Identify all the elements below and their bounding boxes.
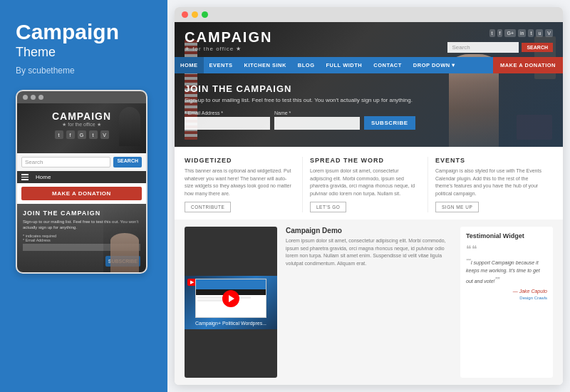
demo-title: Campaign Demo bbox=[286, 227, 452, 234]
desktop-dot-fullscreen bbox=[202, 11, 208, 18]
mobile-logo: CAMPAIGN bbox=[23, 110, 140, 122]
testimonial-author: — Jake Caputo bbox=[466, 289, 547, 294]
social-youtube-icon[interactable]: u bbox=[536, 29, 543, 37]
mobile-mockup: CAMPAIGN ★ for the office ★ t f G t V Se… bbox=[16, 90, 147, 274]
desktop-logo-sub: ★ for the office ★ bbox=[185, 46, 272, 52]
social-gplus-icon[interactable]: G+ bbox=[504, 29, 516, 37]
email-form-group: * Email Address * bbox=[185, 110, 270, 130]
desktop-hero: CAMPAIGN ★ for the office ★ t f G+ in t … bbox=[175, 22, 563, 147]
feature-events: EVENTS Campaign is also styled for use w… bbox=[428, 157, 553, 212]
demo-text: Lorem ipsum dolor sit amet, consectetur … bbox=[286, 237, 452, 267]
design-credits: Design Crawls bbox=[466, 296, 547, 300]
mobile-social-tumblr: t bbox=[89, 130, 98, 139]
mobile-search-bar: Search SEARCH bbox=[17, 153, 146, 171]
social-linkedin-icon[interactable]: in bbox=[518, 29, 526, 37]
desktop-header-area: CAMPAIGN ★ for the office ★ t f G+ in t … bbox=[175, 22, 563, 57]
feature-signup-button[interactable]: SIGN ME UP bbox=[435, 202, 479, 212]
right-panel: CAMPAIGN ★ for the office ★ t f G+ in t … bbox=[167, 0, 570, 392]
testimonial-title: Testimonial Widget bbox=[466, 232, 547, 239]
desktop-nav: HOME EVENTS KITCHEN SINK BLOG FULL WIDTH… bbox=[175, 57, 563, 73]
feature-widgetized: WIDGETIZED This banner area is optional … bbox=[185, 157, 303, 212]
desktop-subscribe-button[interactable]: SUBSCRIBE bbox=[364, 116, 415, 130]
quote-marks-icon: ❝❝ bbox=[466, 243, 547, 254]
nav-item-blog[interactable]: BLOG bbox=[292, 57, 321, 73]
mobile-social-twitter: t bbox=[55, 130, 63, 139]
theme-title: Campaign bbox=[16, 20, 152, 43]
demo-col: Campaign Demo Lorem ipsum dolor sit amet… bbox=[286, 227, 452, 378]
nav-item-events[interactable]: EVENTS bbox=[204, 57, 239, 73]
desktop-dot-minimize bbox=[192, 11, 198, 18]
social-facebook-icon[interactable]: f bbox=[497, 29, 503, 37]
hamburger-icon[interactable] bbox=[21, 174, 28, 180]
mobile-logo-sub: ★ for the office ★ bbox=[23, 122, 140, 128]
desktop-hero-content: JOIN THE CAMPAIGN Sign-up to our mailing… bbox=[175, 73, 563, 137]
feature-events-text: Campaign is also styled for use with The… bbox=[435, 167, 546, 197]
mobile-social-vimeo: V bbox=[100, 130, 109, 139]
feature-spread-text: Lorem ipsum dolor sit amet, consectetur … bbox=[310, 167, 420, 197]
desktop-hero-form: * Email Address * Name * SUBSCRIBE bbox=[185, 110, 553, 130]
nav-item-contact[interactable]: CONTACT bbox=[368, 57, 408, 73]
feature-contribute-button[interactable]: CONTRIBUTE bbox=[185, 202, 231, 212]
video-preview bbox=[195, 279, 266, 318]
nav-item-kitchen-sink[interactable]: KITCHEN SINK bbox=[239, 57, 292, 73]
mobile-dot-3 bbox=[38, 95, 43, 100]
desktop-logo-group: CAMPAIGN ★ for the office ★ bbox=[185, 29, 272, 52]
testimonial-quote: I support Campaign because it keeps me w… bbox=[466, 257, 547, 286]
mobile-search-input[interactable]: Search bbox=[21, 157, 110, 167]
email-form-label: * Email Address * bbox=[185, 110, 270, 115]
desktop-search-row: Search SEARCH bbox=[447, 42, 553, 53]
desktop-hero-title: JOIN THE CAMPAIGN bbox=[185, 83, 553, 94]
desktop-donate-button[interactable]: MAKE A DONATION bbox=[493, 57, 563, 73]
video-play-icon[interactable] bbox=[222, 290, 239, 307]
nav-item-dropdown[interactable]: DROP DOWN ▾ bbox=[408, 57, 461, 73]
mobile-nav-home[interactable]: Home bbox=[36, 174, 51, 180]
desktop-nav-items: HOME EVENTS KITCHEN SINK BLOG FULL WIDTH… bbox=[175, 57, 493, 73]
video-area: ▶ Campaign bbox=[185, 227, 277, 378]
mobile-social-facebook: f bbox=[66, 130, 75, 139]
testimonial-col: Testimonial Widget ❝❝ I support Campaign… bbox=[460, 227, 553, 378]
name-form-input[interactable] bbox=[274, 117, 360, 130]
bottom-section: ▶ Campaign bbox=[175, 220, 563, 385]
feature-letsgo-button[interactable]: LET'S GO bbox=[310, 202, 346, 212]
mobile-search-button[interactable]: SEARCH bbox=[113, 157, 142, 167]
social-tumblr-icon[interactable]: t bbox=[528, 29, 534, 37]
video-thumbnail[interactable]: ▶ Campaign bbox=[185, 276, 277, 329]
mobile-campaign-section: JOIN THE CAMPAIGN Sign-up to our mailing… bbox=[17, 204, 146, 272]
mobile-dot-2 bbox=[31, 95, 36, 100]
theme-author: By scubetheme bbox=[16, 66, 152, 76]
feature-widgetized-text: This banner area is optional and widgeti… bbox=[185, 167, 295, 197]
name-form-label: Name * bbox=[274, 110, 360, 115]
video-label: Campaign+ Political Wordpres... bbox=[192, 321, 269, 326]
feature-spread: SPREAD THE WORD Lorem ipsum dolor sit am… bbox=[303, 157, 428, 212]
mobile-social-gplus: G bbox=[78, 130, 86, 139]
feature-spread-title: SPREAD THE WORD bbox=[310, 157, 420, 164]
mobile-hero-person bbox=[103, 204, 146, 272]
features-section: WIDGETIZED This banner area is optional … bbox=[175, 147, 563, 220]
email-form-input[interactable] bbox=[185, 117, 270, 130]
mobile-donate-button[interactable]: MAKE A DONATION bbox=[21, 187, 142, 200]
nav-item-full-width[interactable]: FULL WIDTH bbox=[321, 57, 368, 73]
mobile-dot-1 bbox=[23, 95, 28, 100]
theme-subtitle: Theme bbox=[16, 45, 152, 60]
desktop-search-button[interactable]: SEARCH bbox=[522, 43, 553, 52]
desktop-social-bar: t f G+ in t u V bbox=[489, 29, 553, 37]
social-vimeo-icon[interactable]: V bbox=[545, 29, 553, 37]
desktop-logo: CAMPAIGN bbox=[185, 29, 272, 46]
social-twitter-icon[interactable]: t bbox=[489, 29, 495, 37]
feature-events-title: EVENTS bbox=[435, 157, 546, 164]
left-panel: Campaign Theme By scubetheme CAMPAIGN ★ … bbox=[0, 0, 167, 392]
mobile-top-bar bbox=[17, 91, 146, 103]
desktop-header-right: t f G+ in t u V Search SEARCH bbox=[447, 29, 553, 53]
desktop-top-bar bbox=[175, 7, 563, 22]
desktop-dot-close bbox=[182, 11, 188, 18]
mobile-nav: Home bbox=[17, 171, 146, 183]
nav-item-home[interactable]: HOME bbox=[175, 57, 204, 73]
desktop-hero-text: Sign-up to our mailing list. Feel free t… bbox=[185, 96, 553, 105]
desktop-mockup: CAMPAIGN ★ for the office ★ t f G+ in t … bbox=[175, 7, 563, 385]
desktop-search-input[interactable]: Search bbox=[447, 42, 519, 53]
mobile-header: CAMPAIGN ★ for the office ★ t f G t V bbox=[17, 103, 146, 153]
name-form-group: Name * bbox=[274, 110, 360, 130]
mobile-social-icons: t f G t V bbox=[23, 130, 140, 139]
feature-widgetized-title: WIDGETIZED bbox=[185, 157, 295, 164]
